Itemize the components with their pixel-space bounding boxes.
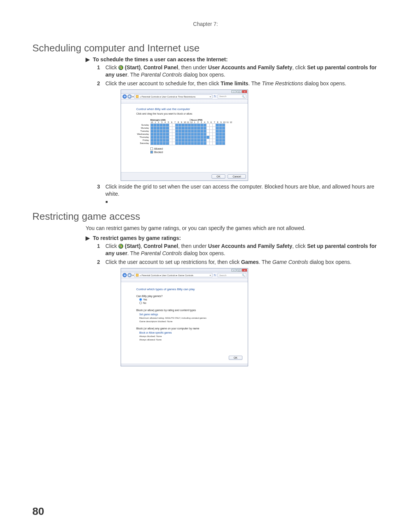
- grid-cell[interactable]: [191, 123, 194, 126]
- grid-cell[interactable]: [178, 133, 182, 136]
- grid-cell[interactable]: [182, 126, 185, 129]
- grid-cell[interactable]: [219, 133, 222, 136]
- link-set-ratings[interactable]: Set game ratings: [139, 313, 241, 316]
- grid-cell[interactable]: [172, 123, 175, 126]
- grid-cell[interactable]: [156, 139, 159, 142]
- grid-cell[interactable]: [160, 129, 163, 133]
- grid-cell[interactable]: [160, 123, 163, 126]
- search-input[interactable]: Search🔍: [218, 273, 246, 277]
- grid-cell[interactable]: [222, 123, 225, 126]
- grid-cell[interactable]: [200, 136, 203, 139]
- grid-cell[interactable]: [178, 136, 182, 139]
- grid-cell[interactable]: [213, 136, 216, 139]
- grid-cell[interactable]: [200, 129, 203, 133]
- grid-cell[interactable]: [222, 133, 225, 136]
- grid-cell[interactable]: [210, 126, 213, 129]
- grid-cell[interactable]: [185, 123, 188, 126]
- grid-cell[interactable]: [219, 139, 222, 142]
- grid-cell[interactable]: [194, 136, 197, 139]
- grid-cell[interactable]: [206, 136, 209, 139]
- refresh-icon[interactable]: ↻: [213, 274, 217, 277]
- grid-cell[interactable]: [150, 133, 153, 136]
- grid-cell[interactable]: [213, 129, 216, 133]
- grid-cell[interactable]: [194, 139, 197, 142]
- grid-cell[interactable]: [210, 139, 213, 142]
- grid-cell[interactable]: [206, 129, 209, 133]
- maximize-button[interactable]: ▢: [237, 90, 242, 93]
- grid-cell[interactable]: [163, 123, 166, 126]
- grid-cell[interactable]: [200, 139, 203, 142]
- grid-cell[interactable]: [172, 129, 175, 133]
- grid-cell[interactable]: [150, 126, 153, 129]
- time-grid[interactable]: SundayMondayTuesdayWednesdayThursdayFrid…: [136, 123, 225, 145]
- grid-cell[interactable]: [194, 126, 197, 129]
- grid-cell[interactable]: [188, 142, 191, 145]
- grid-cell[interactable]: [185, 139, 188, 142]
- grid-cell[interactable]: [185, 129, 188, 133]
- grid-cell[interactable]: [153, 142, 156, 145]
- grid-cell[interactable]: [160, 126, 163, 129]
- dropdown-icon[interactable]: ▾: [132, 274, 134, 276]
- grid-cell[interactable]: [178, 126, 182, 129]
- grid-cell[interactable]: [191, 129, 194, 133]
- grid-cell[interactable]: [182, 136, 185, 139]
- grid-cell[interactable]: [163, 133, 166, 136]
- grid-cell[interactable]: [185, 133, 188, 136]
- grid-cell[interactable]: [203, 129, 206, 133]
- grid-cell[interactable]: [166, 133, 169, 136]
- grid-cell[interactable]: [169, 139, 172, 142]
- grid-cell[interactable]: [163, 129, 166, 133]
- grid-cell[interactable]: [163, 139, 166, 142]
- grid-cell[interactable]: [182, 129, 185, 133]
- grid-cell[interactable]: [216, 136, 219, 139]
- grid-cell[interactable]: [213, 126, 216, 129]
- grid-cell[interactable]: [191, 142, 194, 145]
- back-button[interactable]: ◄: [123, 273, 127, 277]
- grid-cell[interactable]: [172, 133, 175, 136]
- grid-cell[interactable]: [166, 136, 169, 139]
- grid-cell[interactable]: [166, 129, 169, 133]
- grid-cell[interactable]: [197, 129, 200, 133]
- grid-cell[interactable]: [175, 136, 178, 139]
- grid-cell[interactable]: [197, 123, 200, 126]
- grid-cell[interactable]: [206, 133, 209, 136]
- grid-cell[interactable]: [150, 129, 153, 133]
- grid-cell[interactable]: [222, 139, 225, 142]
- grid-cell[interactable]: [213, 133, 216, 136]
- grid-cell[interactable]: [194, 129, 197, 133]
- grid-cell[interactable]: [172, 126, 175, 129]
- grid-cell[interactable]: [166, 142, 169, 145]
- grid-cell[interactable]: [210, 136, 213, 139]
- grid-cell[interactable]: [219, 123, 222, 126]
- grid-cell[interactable]: [150, 142, 153, 145]
- grid-cell[interactable]: [188, 136, 191, 139]
- grid-cell[interactable]: [175, 126, 178, 129]
- grid-cell[interactable]: [175, 139, 178, 142]
- close-button[interactable]: ✕: [242, 90, 247, 93]
- grid-cell[interactable]: [188, 129, 191, 133]
- grid-cell[interactable]: [206, 139, 209, 142]
- grid-cell[interactable]: [203, 123, 206, 126]
- grid-cell[interactable]: [160, 133, 163, 136]
- address-bar[interactable]: « Parental Controls ▸ User Controls ▸ Ga…: [134, 273, 212, 277]
- grid-cell[interactable]: [210, 142, 213, 145]
- grid-cell[interactable]: [153, 129, 156, 133]
- grid-cell[interactable]: [206, 142, 209, 145]
- grid-cell[interactable]: [156, 142, 159, 145]
- grid-cell[interactable]: [175, 123, 178, 126]
- grid-cell[interactable]: [191, 126, 194, 129]
- grid-cell[interactable]: [206, 126, 209, 129]
- grid-cell[interactable]: [153, 139, 156, 142]
- minimize-button[interactable]: –: [231, 269, 236, 272]
- grid-cell[interactable]: [203, 136, 206, 139]
- grid-cell[interactable]: [169, 129, 172, 133]
- grid-cell[interactable]: [197, 139, 200, 142]
- grid-cell[interactable]: [178, 142, 182, 145]
- address-bar[interactable]: « Parental Controls ▸ User Controls ▸ Ti…: [134, 94, 212, 99]
- grid-cell[interactable]: [178, 123, 182, 126]
- grid-cell[interactable]: [182, 123, 185, 126]
- grid-cell[interactable]: [163, 142, 166, 145]
- forward-button[interactable]: ►: [127, 273, 132, 277]
- grid-cell[interactable]: [219, 136, 222, 139]
- grid-cell[interactable]: [169, 123, 172, 126]
